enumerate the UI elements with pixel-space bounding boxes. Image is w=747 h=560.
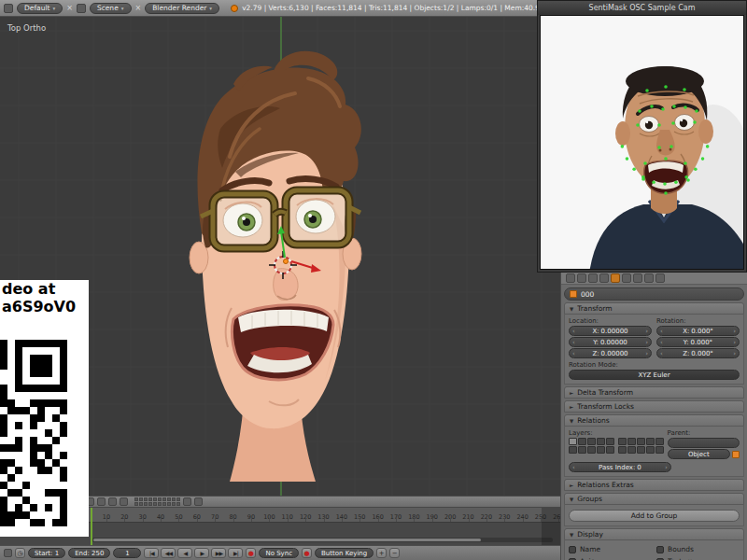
bounds-checkbox[interactable]: Bounds <box>656 543 740 555</box>
layer-dot[interactable] <box>139 497 143 501</box>
layer-dot[interactable] <box>176 502 180 506</box>
layer-dot[interactable] <box>162 497 166 501</box>
horizontal-scrollbar[interactable] <box>92 538 553 542</box>
tab-render-layers[interactable] <box>577 273 586 283</box>
layer-toggle[interactable] <box>587 438 596 445</box>
render-opengl-icon[interactable] <box>194 497 203 506</box>
texture-checkbox[interactable]: Texture <box>656 555 740 560</box>
parent-object-icon[interactable] <box>732 451 740 458</box>
tab-object[interactable] <box>611 273 620 283</box>
layer-toggle[interactable] <box>606 438 614 445</box>
axis-checkbox[interactable]: Axis <box>569 555 652 560</box>
preview-range-icon[interactable]: ◷ <box>15 548 25 558</box>
auto-keyframe-button[interactable]: ● <box>302 548 312 558</box>
location-z-field[interactable]: Z:0.00000 <box>569 348 652 358</box>
play-button[interactable]: ▶ <box>194 548 209 558</box>
layer-toggle[interactable] <box>618 446 627 454</box>
close-layout-icon[interactable]: × <box>66 5 73 12</box>
layer-toggle[interactable] <box>569 446 577 454</box>
tab-world[interactable] <box>599 273 609 283</box>
layer-dot[interactable] <box>167 497 171 501</box>
checkbox-icon[interactable] <box>656 546 664 553</box>
frame-end-field[interactable]: End: 250 <box>68 548 110 558</box>
sync-mode-dropdown[interactable]: No Sync <box>259 548 299 558</box>
layer-dot[interactable] <box>148 502 152 506</box>
layer-toggle[interactable] <box>578 438 586 445</box>
panel-header-transform[interactable]: ▼ Transform <box>564 302 744 315</box>
scene-dropdown[interactable]: Scene ▾ <box>90 3 132 14</box>
layer-dot[interactable] <box>134 497 138 501</box>
layer-dot[interactable] <box>148 497 152 501</box>
layer-toggle[interactable] <box>627 446 636 454</box>
panel-header-groups[interactable]: ▼ Groups <box>564 493 744 505</box>
layer-dot[interactable] <box>176 497 180 501</box>
name-checkbox[interactable]: Name <box>569 543 652 555</box>
delete-keyframe-icon[interactable]: − <box>389 548 400 558</box>
layer-dot[interactable] <box>144 497 148 501</box>
layer-dot[interactable] <box>144 502 148 506</box>
layer-dot[interactable] <box>158 497 162 501</box>
layer-dot[interactable] <box>153 497 157 501</box>
layer-toggle[interactable] <box>655 446 664 454</box>
layer-dot[interactable] <box>139 502 143 506</box>
scene-icon[interactable] <box>77 4 86 13</box>
layer-toggle[interactable] <box>637 446 645 454</box>
screen-layout-icon[interactable] <box>4 4 13 13</box>
tab-object-data[interactable] <box>644 273 654 283</box>
add-to-group-button[interactable]: Add to Group <box>569 510 740 522</box>
layer-toggle[interactable] <box>627 438 636 445</box>
tab-constraints[interactable] <box>622 273 631 283</box>
layer-toggle[interactable] <box>646 446 655 454</box>
layer-dot[interactable] <box>153 502 157 506</box>
checkbox-icon[interactable] <box>569 546 576 553</box>
panel-header-relations-extras[interactable]: ► Relations Extras <box>564 479 744 491</box>
current-frame-field[interactable]: 1 <box>113 548 141 558</box>
snap-icon[interactable] <box>183 497 191 506</box>
next-keyframe-button[interactable]: ▶▶ <box>211 548 226 558</box>
pass-index-field[interactable]: Pass Index:0 <box>569 462 671 472</box>
manipulator-translate-icon[interactable] <box>97 497 106 506</box>
timeline-editor-icon[interactable] <box>4 549 12 557</box>
layer-toggle[interactable] <box>569 438 577 445</box>
tab-material[interactable] <box>655 273 665 283</box>
layer-dot[interactable] <box>172 502 176 506</box>
layer-toggle[interactable] <box>597 438 605 445</box>
frame-start-field[interactable]: Start: 1 <box>28 548 65 558</box>
parent-field[interactable] <box>668 438 740 448</box>
layer-toggle[interactable] <box>578 446 586 454</box>
layer-dot[interactable] <box>167 502 171 506</box>
object-name-field[interactable]: 000 <box>564 287 744 301</box>
layer-toggle[interactable] <box>655 438 664 445</box>
rotation-x-field[interactable]: X:0.000° <box>656 326 740 336</box>
layer-toggle[interactable] <box>587 446 596 454</box>
layer-dot[interactable] <box>172 497 176 501</box>
location-x-field[interactable]: X:0.00000 <box>569 326 652 336</box>
tab-modifiers[interactable] <box>633 273 642 283</box>
panel-header-relations[interactable]: ▼ Relations <box>564 414 744 427</box>
layer-dot[interactable] <box>158 502 162 506</box>
webcam-window-titlebar[interactable]: SentiMask OSC Sample Cam <box>538 1 746 15</box>
current-frame-indicator[interactable] <box>91 508 92 545</box>
prev-keyframe-button[interactable]: ◀◀ <box>161 548 176 558</box>
manipulator-rotate-icon[interactable] <box>108 497 117 506</box>
tab-render[interactable] <box>566 273 575 283</box>
render-engine-dropdown[interactable]: Blender Render ▾ <box>145 3 219 14</box>
manipulator-scale-icon[interactable] <box>120 497 128 506</box>
layer-toggle[interactable] <box>606 446 614 454</box>
layer-selector[interactable] <box>134 497 180 506</box>
keying-set-dropdown[interactable]: Button Keying <box>315 548 374 558</box>
location-y-field[interactable]: Y:0.00000 <box>569 337 652 347</box>
layer-dot[interactable] <box>134 502 138 506</box>
screen-layout-dropdown[interactable]: Default ▾ <box>17 3 63 14</box>
layer-dot[interactable] <box>162 502 166 506</box>
rotation-mode-dropdown[interactable]: XYZ Euler <box>569 370 740 380</box>
record-button[interactable]: ● <box>246 548 256 558</box>
jump-to-start-button[interactable]: |◀ <box>144 548 159 558</box>
layer-toggle[interactable] <box>618 438 627 445</box>
layer-toggle[interactable] <box>646 438 655 445</box>
parent-type-dropdown[interactable]: Object <box>668 449 730 459</box>
play-reverse-button[interactable]: ◀ <box>177 548 192 558</box>
rotation-z-field[interactable]: Z:0.000° <box>656 348 740 358</box>
layer-toggle[interactable] <box>597 446 605 454</box>
insert-keyframe-icon[interactable]: + <box>376 548 387 558</box>
